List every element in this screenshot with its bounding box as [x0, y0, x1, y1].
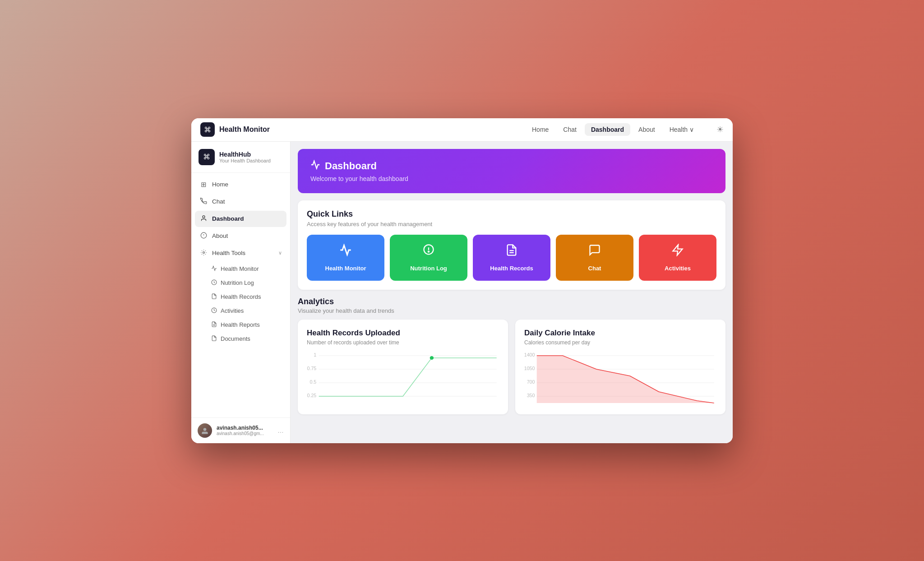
nutrition-icon — [211, 279, 217, 287]
sidebar-item-health-reports[interactable]: Health Reports — [208, 318, 286, 332]
sidebar-item-documents[interactable]: Documents — [208, 332, 286, 346]
content-area: Dashboard Welcome to your health dashboa… — [291, 142, 733, 443]
health-records-chart-title: Health Records Uploaded — [307, 329, 499, 338]
topbar: ⌘ Health Monitor Home Chat Dashboard Abo… — [191, 118, 733, 142]
quick-link-chat[interactable]: Chat — [556, 235, 633, 281]
sidebar-sub-health-monitor-label: Health Monitor — [221, 265, 259, 272]
topbar-nav-health[interactable]: Health ∨ — [663, 123, 700, 136]
sidebar-item-activities[interactable]: Activities — [208, 304, 286, 318]
svg-text:1050: 1050 — [524, 366, 535, 371]
sidebar-sub-health-records-label: Health Records — [221, 293, 261, 300]
analytics-title: Analytics — [298, 297, 725, 306]
sidebar-sub-health-reports-label: Health Reports — [221, 321, 260, 328]
user-info: avinash.anish05... avinash.anish05@gm... — [217, 425, 273, 436]
health-records-icon — [211, 293, 217, 301]
sidebar-hub-text: HealthHub Your Health Dashboard — [219, 151, 271, 163]
sidebar-item-chat-label: Chat — [212, 198, 225, 205]
sidebar-item-health-monitor[interactable]: Health Monitor — [208, 262, 286, 276]
sidebar-item-chat[interactable]: Chat — [195, 194, 286, 210]
analytics-subtitle: Visualize your health data and trends — [298, 307, 725, 314]
sidebar-hub-subtitle: Your Health Dashboard — [219, 158, 271, 163]
quick-link-health-monitor-icon — [339, 244, 352, 260]
topbar-nav-home[interactable]: Home — [526, 123, 555, 136]
sidebar-sub-documents-label: Documents — [221, 335, 250, 342]
sidebar-header: ⌘ HealthHub Your Health Dashboard — [191, 142, 290, 173]
health-reports-icon — [211, 321, 217, 329]
svg-point-20 — [430, 356, 434, 360]
quick-links-subtitle: Access key features of your health manag… — [307, 221, 716, 227]
topbar-app-name: Health Monitor — [219, 125, 270, 134]
topbar-nav-chat[interactable]: Chat — [557, 123, 583, 136]
theme-toggle-button[interactable]: ☀ — [716, 125, 724, 134]
svg-text:1: 1 — [314, 352, 316, 357]
quick-link-records-label: Health Records — [490, 265, 533, 272]
quick-link-chat-icon — [588, 244, 601, 260]
topbar-logo-icon: ⌘ — [200, 122, 215, 137]
sidebar-sub-nutrition-label: Nutrition Log — [221, 279, 254, 286]
sidebar-item-dashboard[interactable]: Dashboard — [195, 211, 286, 227]
svg-text:0.5: 0.5 — [310, 380, 316, 385]
sidebar: ⌘ HealthHub Your Health Dashboard ⊞ Home… — [191, 142, 291, 443]
sidebar-item-home-label: Home — [212, 181, 228, 188]
sidebar-footer: avinash.anish05... avinash.anish05@gm...… — [191, 417, 290, 443]
health-tools-collapse-icon: ∨ — [278, 250, 282, 256]
quick-link-activities-label: Activities — [665, 265, 691, 272]
quick-link-nutrition-log[interactable]: Nutrition Log — [390, 235, 467, 281]
dashboard-icon — [199, 215, 208, 223]
health-records-svg: 1 0.75 0.5 0.25 — [307, 351, 499, 405]
user-avatar — [198, 423, 212, 438]
health-tools-icon — [199, 249, 208, 257]
app-window: ⌘ Health Monitor Home Chat Dashboard Abo… — [191, 118, 733, 443]
svg-text:0.25: 0.25 — [307, 393, 317, 398]
svg-point-4 — [203, 251, 204, 253]
quick-link-nutrition-label: Nutrition Log — [410, 265, 447, 272]
analytics-header: Analytics Visualize your health data and… — [298, 297, 725, 314]
quick-link-activities[interactable]: Activities — [639, 235, 716, 281]
health-records-chart-subtitle: Number of records uploaded over time — [307, 339, 499, 346]
user-name: avinash.anish05... — [217, 425, 273, 431]
quick-link-health-monitor-label: Health Monitor — [325, 265, 366, 272]
svg-point-9 — [428, 251, 429, 252]
sidebar-item-nutrition-log[interactable]: Nutrition Log — [208, 276, 286, 290]
quick-link-health-records[interactable]: Health Records — [473, 235, 550, 281]
topbar-nav: Home Chat Dashboard About Health ∨ — [526, 123, 700, 136]
svg-text:1400: 1400 — [524, 352, 535, 357]
about-icon — [199, 232, 208, 240]
calorie-chart-subtitle: Calories consumed per day — [524, 339, 716, 346]
topbar-logo: ⌘ Health Monitor — [200, 122, 270, 137]
quick-link-activities-icon — [671, 244, 684, 260]
topbar-nav-dashboard[interactable]: Dashboard — [585, 123, 630, 136]
svg-point-0 — [203, 215, 205, 218]
sidebar-item-about[interactable]: About — [195, 228, 286, 244]
home-icon: ⊞ — [199, 181, 208, 189]
svg-marker-29 — [537, 356, 714, 403]
calorie-chart-card: Daily Calorie Intake Calories consumed p… — [515, 320, 725, 414]
user-email: avinash.anish05@gm... — [217, 431, 273, 436]
calorie-chart: 1400 1050 700 350 — [524, 351, 716, 405]
sidebar-hub-icon: ⌘ — [199, 149, 215, 165]
sidebar-hub-title: HealthHub — [219, 151, 271, 158]
health-records-chart: 1 0.75 0.5 0.25 — [307, 351, 499, 405]
user-more-button[interactable]: … — [277, 427, 284, 434]
svg-text:0.75: 0.75 — [307, 366, 317, 371]
sidebar-item-home[interactable]: ⊞ Home — [195, 176, 286, 193]
quick-links-grid: Health Monitor Nutrition Log Health Reco… — [307, 235, 716, 281]
sidebar-item-health-tools-label: Health Tools — [212, 250, 245, 256]
analytics-section: Analytics Visualize your health data and… — [298, 297, 725, 414]
quick-link-health-monitor[interactable]: Health Monitor — [307, 235, 384, 281]
documents-icon — [211, 335, 217, 343]
quick-links-card: Quick Links Access key features of your … — [298, 200, 725, 290]
health-records-chart-card: Health Records Uploaded Number of record… — [298, 320, 508, 414]
analytics-grid: Health Records Uploaded Number of record… — [298, 320, 725, 414]
quick-link-records-icon — [505, 244, 518, 260]
svg-text:350: 350 — [527, 393, 535, 398]
sidebar-item-dashboard-label: Dashboard — [212, 215, 244, 222]
dashboard-banner-subtitle: Welcome to your health dashboard — [310, 175, 713, 182]
sidebar-item-health-records[interactable]: Health Records — [208, 290, 286, 304]
health-monitor-icon — [211, 265, 217, 273]
svg-text:700: 700 — [527, 380, 535, 385]
sidebar-item-about-label: About — [212, 232, 228, 239]
topbar-nav-about[interactable]: About — [632, 123, 661, 136]
quick-link-chat-label: Chat — [588, 265, 601, 272]
sidebar-item-health-tools[interactable]: Health Tools ∨ — [195, 245, 286, 261]
